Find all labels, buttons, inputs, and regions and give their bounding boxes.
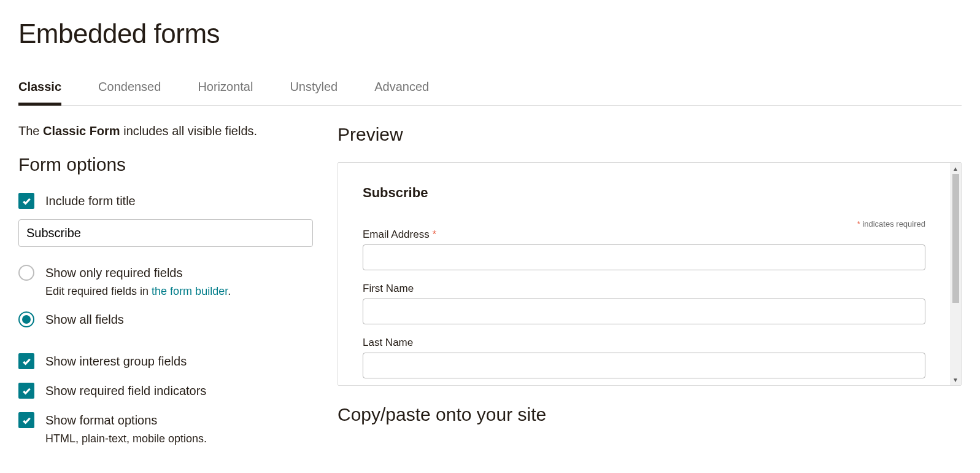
preview-scrollbar[interactable]: ▲ ▼ [950,163,961,385]
check-icon [22,386,31,396]
check-icon [22,357,31,366]
show-all-radio[interactable] [18,311,34,327]
scroll-down-icon[interactable]: ▼ [950,374,961,385]
show-required-label: Show only required fields [45,266,182,280]
show-format-checkbox[interactable] [18,412,34,428]
show-interest-checkbox[interactable] [18,353,34,369]
check-icon [22,416,31,425]
form-options-heading: Form options [18,154,313,175]
last-name-label: Last Name [363,337,925,349]
include-title-checkbox[interactable] [18,193,34,209]
preview-heading: Preview [338,124,962,145]
show-required-sub-prefix: Edit required fields in [45,285,152,297]
tab-horizontal[interactable]: Horizontal [198,80,253,106]
tab-unstyled[interactable]: Unstyled [290,80,338,106]
tabs-container: Classic Condensed Horizontal Unstyled Ad… [18,80,962,106]
show-format-label: Show format options [45,413,157,427]
preview-box: Subscribe * indicates required Email Add… [338,162,962,386]
email-label: Email Address * [363,229,925,241]
show-interest-label: Show interest group fields [45,353,187,370]
include-title-label: Include form title [45,192,136,209]
copy-paste-heading: Copy/paste onto your site [338,404,962,425]
required-text: indicates required [860,219,925,229]
intro-suffix: includes all visible fields. [120,124,257,138]
intro-prefix: The [18,124,43,138]
form-builder-link[interactable]: the form builder [152,285,228,297]
show-indicators-checkbox[interactable] [18,383,34,399]
show-required-radio[interactable] [18,265,34,281]
intro-bold: Classic Form [43,124,120,138]
email-input[interactable] [363,244,925,270]
show-all-label: Show all fields [45,311,124,328]
first-name-input[interactable] [363,299,925,324]
check-icon [22,197,31,206]
email-label-text: Email Address [363,229,432,240]
first-name-label: First Name [363,283,925,295]
intro-text: The Classic Form includes all visible fi… [18,124,313,138]
last-name-input[interactable] [363,353,925,378]
form-title-input[interactable] [18,219,313,247]
scroll-up-icon[interactable]: ▲ [950,163,961,174]
show-required-sub-suffix: . [228,285,231,297]
tab-condensed[interactable]: Condensed [98,80,161,106]
tab-advanced[interactable]: Advanced [374,80,429,106]
tab-classic[interactable]: Classic [18,80,61,106]
required-indicator-text: * indicates required [363,219,925,229]
scroll-thumb[interactable] [952,174,959,303]
preview-form-title: Subscribe [363,185,925,201]
page-title: Embedded forms [18,18,962,49]
show-format-sub: HTML, plain-text, mobile options. [45,431,207,446]
show-indicators-label: Show required field indicators [45,382,206,399]
asterisk-icon: * [432,229,436,240]
